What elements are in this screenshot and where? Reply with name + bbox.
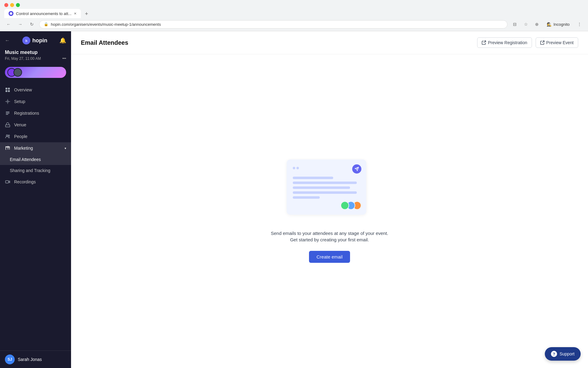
main-header: Email Attendees Preview Registration Pre… [71,31,588,54]
close-window-button[interactable] [4,3,8,7]
support-label: Support [560,351,575,356]
url-text: hopin.com/organisers/events/music-meetup… [51,22,161,27]
marketing-chevron: ▾ [65,147,66,150]
svg-rect-6 [8,90,10,92]
sidebar-item-people[interactable]: People [0,131,71,142]
browser-back-button[interactable]: ← [4,20,13,29]
event-info: Music meetup Fri, May 27, 11:00 AM ••• [0,47,71,64]
nav-section: Overview Setup Registrations Venue [0,83,71,189]
incognito-badge: 🕵 Incognito [544,21,573,28]
sidebar-item-setup[interactable]: Setup [0,96,71,107]
active-tab[interactable]: Control announcements to att... ✕ [4,9,81,18]
svg-point-12 [6,135,8,136]
event-date-text: Fri, May 27, 11:00 AM [5,56,41,61]
settings-icon [5,99,10,104]
url-bar[interactable]: 🔒 hopin.com/organisers/events/music-meet… [39,20,507,29]
sidebar-item-recordings[interactable]: Recordings [0,176,71,188]
preview-registration-button[interactable]: Preview Registration [477,37,532,48]
browser-forward-button[interactable]: → [16,20,24,29]
browser-chrome: Control announcements to att... ✕ + ← → … [0,0,588,31]
create-email-label: Create email [316,254,342,259]
external-link-icon-2 [540,40,545,45]
email-send-illustration [352,164,361,174]
support-button[interactable]: ? Support [545,347,581,361]
logo-text: hopin [32,37,47,44]
sidebar-header: ← h hopin 🔔 [0,31,71,47]
tab-favicon [9,11,13,16]
svg-rect-8 [6,112,9,112]
tab-close-button[interactable]: ✕ [74,12,77,16]
sidebar-item-registrations[interactable]: Registrations [0,107,71,119]
marketing-label: Marketing [14,146,33,151]
sidebar-back-button[interactable]: ← [5,38,10,43]
svg-rect-4 [8,88,10,90]
svg-rect-5 [6,90,7,92]
email-illustration-card [287,159,366,215]
recordings-label: Recordings [14,179,36,184]
empty-state-line1: Send emails to your attendees at any sta… [271,231,388,236]
incognito-label: Incognito [553,22,570,27]
sidebar-item-overview[interactable]: Overview [0,84,71,96]
people-icon [5,134,10,139]
registrations-icon [5,110,10,116]
dot-2 [296,167,299,169]
bookmark-icon[interactable]: ☆ [522,20,530,29]
svg-point-0 [10,12,12,15]
browser-reload-button[interactable]: ↻ [28,20,36,29]
event-more-button[interactable]: ••• [62,56,66,61]
recipient-avatar-1 [341,201,349,210]
header-actions: Preview Registration Preview Event [477,37,578,48]
empty-state: Send emails to your attendees at any sta… [71,54,588,368]
svg-rect-10 [6,114,8,115]
browser-omnibar: ← → ↻ 🔒 hopin.com/organisers/events/musi… [0,18,588,31]
sidebar: ← h hopin 🔔 Music meetup Fri, May 27, 11… [0,31,71,368]
profile-icon[interactable]: ⊕ [533,20,541,29]
sidebar-item-venue[interactable]: Venue [0,119,71,131]
empty-illustration [287,159,372,221]
svg-text:h: h [25,39,27,43]
create-email-button[interactable]: Create email [309,251,350,263]
sidebar-logo: h hopin [22,36,47,45]
email-line-1 [293,177,333,179]
browser-traffic-lights [0,0,588,9]
page-title: Email Attendees [81,39,128,46]
email-line-2 [293,182,357,184]
venue-label: Venue [14,122,26,127]
user-avatar: SJ [5,355,15,364]
svg-rect-3 [6,88,7,90]
svg-point-7 [7,101,9,102]
overview-label: Overview [14,87,32,92]
svg-point-13 [8,135,9,136]
support-icon-symbol: ? [553,352,555,356]
grid-icon [5,87,10,93]
new-tab-button[interactable]: + [82,10,91,18]
email-attendees-label: Email Attendees [10,157,41,162]
event-date-row: Fri, May 27, 11:00 AM ••• [5,56,66,61]
sidebar-item-email-attendees[interactable]: Email Attendees [0,154,71,165]
minimize-window-button[interactable] [10,3,14,7]
external-link-icon-1 [482,40,486,45]
send-icon-illustration [355,167,359,171]
event-avatars [0,64,71,83]
user-name: Sarah Jonas [18,357,42,362]
svg-rect-9 [6,113,9,113]
hopin-logo-icon: h [22,36,31,45]
avatar-group [5,67,66,78]
omnibar-actions: ⊟ ☆ ⊕ 🕵 Incognito ⋮ [511,20,584,29]
preview-event-button[interactable]: Preview Event [536,37,578,48]
email-line-4 [293,191,357,194]
recordings-icon [5,179,10,185]
setup-label: Setup [14,99,25,104]
maximize-window-button[interactable] [16,3,20,7]
sidebar-item-sharing-tracking[interactable]: Sharing and Tracking [0,165,71,176]
avatar-2 [13,68,22,77]
user-initials: SJ [8,357,12,362]
cast-icon[interactable]: ⊟ [511,20,519,29]
notification-icon[interactable]: 🔔 [59,37,66,44]
support-icon: ? [551,351,557,357]
browser-menu-button[interactable]: ⋮ [575,20,584,29]
sidebar-footer: SJ Sarah Jonas [0,351,71,368]
sidebar-item-marketing[interactable]: Marketing ▾ [0,142,71,154]
venue-icon [5,122,10,128]
event-name: Music meetup [5,50,66,55]
